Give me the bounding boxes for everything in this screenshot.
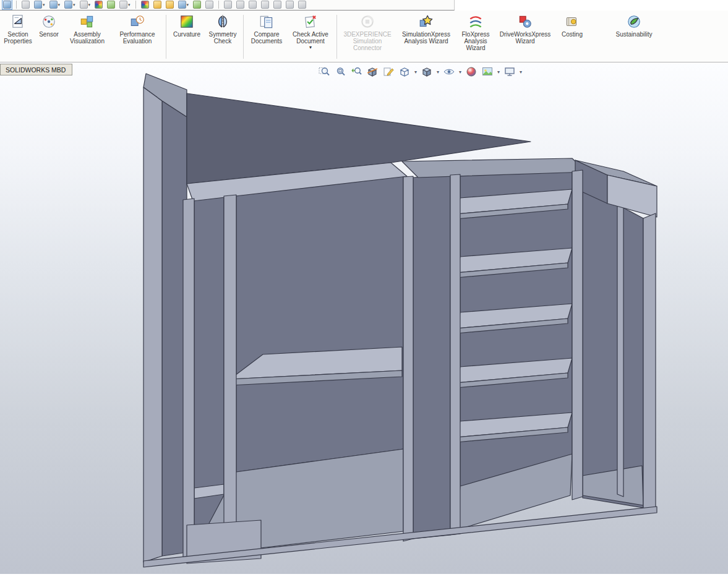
annotations-icon	[261, 1, 269, 9]
dropdown-caret-icon[interactable]: ▾	[43, 2, 45, 7]
separator	[336, 15, 337, 59]
separator	[135, 1, 136, 9]
select-tool-icon	[3, 1, 11, 9]
check-active-document-button[interactable]: Check Active Document ▾	[287, 12, 334, 50]
sustainability-button[interactable]: Sustainability	[609, 12, 659, 38]
dropdown-caret-icon[interactable]: ▾	[88, 2, 91, 7]
button-label: DriveWorksXpress Wizard	[494, 31, 556, 45]
button-label: Performance Evaluation	[111, 31, 163, 45]
instant3d-button[interactable]	[298, 0, 307, 9]
separator	[243, 15, 244, 59]
apply-scene-button[interactable]	[106, 0, 116, 9]
button-label: Sensor	[39, 31, 59, 38]
button-label: Assembly Visualization	[63, 31, 111, 45]
sensor-icon	[41, 14, 57, 30]
button-label: Check Active Document	[287, 31, 334, 45]
edit-appearance-button[interactable]	[94, 0, 103, 9]
floxpress-icon	[468, 14, 484, 30]
symmetry-check-button[interactable]: Symmetry Check	[205, 12, 241, 45]
assembly-visualization-icon	[79, 14, 95, 30]
hide-show-items-button[interactable]: ▾	[79, 0, 92, 9]
assembly-visualization-button[interactable]: Assembly Visualization	[63, 12, 111, 45]
compare-documents-button[interactable]: Compare Documents	[246, 12, 287, 45]
decal-button[interactable]	[153, 0, 162, 9]
dropdown-caret-icon[interactable]: ▾	[128, 2, 131, 7]
camera-button[interactable]: ▾	[178, 0, 190, 9]
target-button[interactable]	[205, 0, 214, 9]
3dexperience-simulation-connector-button: 3DEXPERIENCE Simulation Connector	[340, 12, 395, 51]
status-bar-area	[0, 574, 728, 582]
simulationxpress-icon	[418, 14, 434, 30]
appearance-icon	[141, 1, 149, 9]
curvature-icon	[179, 14, 195, 30]
dropdown-caret-icon[interactable]: ▾	[58, 2, 61, 7]
planes-button[interactable]	[223, 0, 233, 9]
button-label: SimulationXpress Analysis Wizard	[395, 31, 457, 45]
viewport-3d[interactable]: SOLIDWORKS MBD ▾ ▾ ▾ ▾ ▾	[0, 62, 728, 574]
button-label: Compare Documents	[246, 31, 287, 45]
monitor-icon	[119, 1, 127, 9]
origin-button[interactable]	[248, 0, 257, 9]
button-label: 3DEXPERIENCE Simulation Connector	[340, 31, 395, 51]
simulationxpress-analysis-wizard-button[interactable]: SimulationXpress Analysis Wizard	[395, 12, 457, 45]
report-options-icon	[49, 1, 58, 9]
dropdown-caret-icon[interactable]: ▾	[187, 2, 189, 7]
separator	[218, 1, 219, 9]
performance-evaluation-button[interactable]: Performance Evaluation	[111, 12, 163, 45]
button-label: Section Properties	[1, 31, 35, 45]
axes-icon	[236, 1, 244, 9]
symmetry-check-icon	[215, 14, 231, 30]
instant3d-icon	[298, 1, 306, 9]
axes-button[interactable]	[236, 0, 245, 9]
performance-evaluation-icon	[129, 14, 145, 30]
report-options-button[interactable]: ▾	[49, 0, 61, 9]
driveworksxpress-wizard-button[interactable]: DriveWorksXpress Wizard	[494, 12, 556, 45]
section-properties-button[interactable]: Section Properties	[1, 12, 35, 45]
appearance-button[interactable]	[140, 0, 150, 9]
separator	[166, 15, 166, 59]
dropdown-caret-icon[interactable]: ▾	[309, 45, 312, 50]
section-properties-icon	[10, 14, 26, 30]
lights-button[interactable]	[165, 0, 174, 9]
main-toolbar: ▾ ▾ ▾ ▾ ▾ ▾	[0, 0, 455, 11]
units-button[interactable]	[285, 0, 294, 9]
compare-documents-icon	[259, 14, 275, 30]
grid-icon	[273, 1, 281, 9]
lights-icon	[166, 1, 174, 9]
eye-icon	[80, 1, 88, 9]
report-button[interactable]: ▾	[33, 0, 46, 9]
check-active-document-icon	[302, 14, 319, 30]
solidworks-window: ▾ ▾ ▾ ▾ ▾ ▾ Section Properties Sensor	[0, 0, 728, 582]
origin-icon	[249, 1, 257, 9]
report-icon	[34, 1, 42, 9]
3dexperience-icon	[359, 14, 375, 30]
target-icon	[205, 1, 213, 9]
driveworksxpress-icon	[517, 14, 533, 30]
scene-icon	[107, 1, 115, 9]
separator	[16, 1, 17, 9]
sensor-button[interactable]: Sensor	[35, 12, 63, 38]
button-label: Symmetry Check	[205, 31, 241, 45]
evaluate-ribbon: Section Properties Sensor Assembly Visua…	[0, 11, 728, 62]
curvature-button[interactable]: Curvature	[169, 12, 205, 38]
button-label: Curvature	[173, 31, 200, 38]
annotations-button[interactable]	[260, 0, 270, 9]
view-settings-button[interactable]: ▾	[119, 0, 131, 9]
planes-icon	[224, 1, 232, 9]
dropdown-caret-icon[interactable]: ▾	[73, 2, 75, 7]
select-tool-button[interactable]	[2, 0, 12, 9]
walk-through-button[interactable]	[192, 0, 202, 9]
isolate-icon	[22, 1, 30, 9]
camera-icon	[178, 1, 186, 9]
appearance-ball-icon	[95, 1, 103, 9]
wardrobe-model	[0, 62, 728, 574]
button-label: Sustainability	[616, 31, 653, 38]
floxpress-analysis-wizard-button[interactable]: FloXpress Analysis Wizard	[457, 12, 494, 51]
isolate-button[interactable]	[21, 0, 30, 9]
display-style-button[interactable]: ▾	[64, 0, 76, 9]
costing-icon	[564, 14, 580, 30]
costing-button[interactable]: Costing	[556, 12, 588, 38]
grid-button[interactable]	[273, 0, 282, 9]
button-label: Costing	[562, 31, 583, 38]
units-icon	[286, 1, 294, 9]
